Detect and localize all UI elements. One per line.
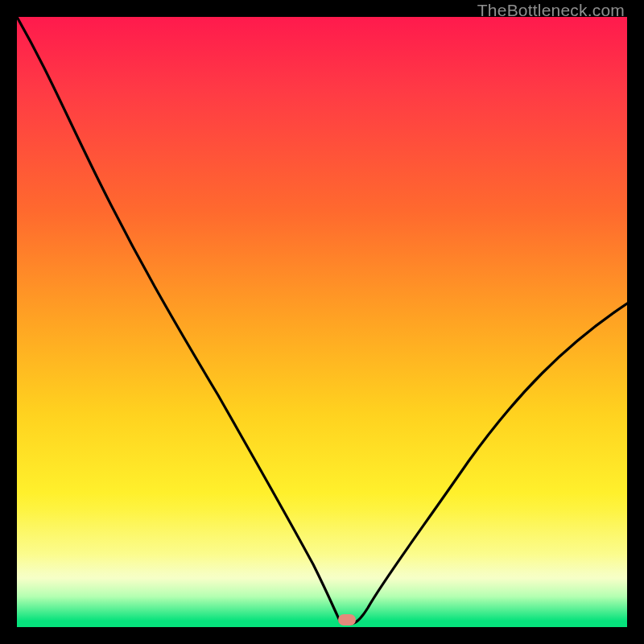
min-point-marker (338, 614, 356, 625)
plot-area (17, 17, 627, 627)
chart-frame: TheBottleneck.com (0, 0, 644, 644)
bottleneck-curve (17, 17, 627, 627)
watermark-text: TheBottleneck.com (477, 1, 625, 20)
pale-highlight-band (17, 511, 627, 600)
